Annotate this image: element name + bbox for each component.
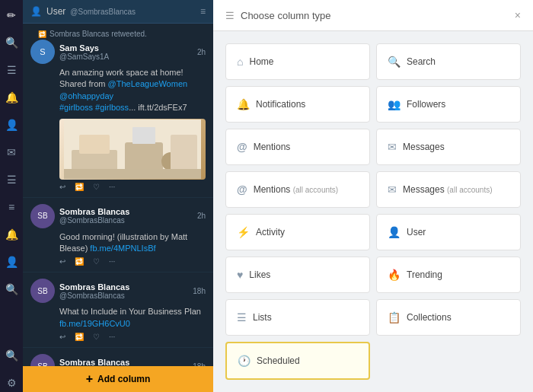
retweet-action-icon[interactable]: 🔁 [75,333,84,341]
likes-icon: ♥ [237,269,243,281]
more-icon[interactable]: ··· [109,183,115,191]
tweet-link2[interactable]: @ohhappyday [59,91,113,100]
add-column-button[interactable]: + Add column [23,366,213,392]
col-type-activity[interactable]: ⚡ Activity [225,214,370,250]
col-type-user[interactable]: 👤 User [376,214,521,250]
sidebar-search2-icon[interactable]: 🔍 [2,280,21,298]
retweet-action-icon[interactable]: 🔁 [75,183,84,191]
col-type-messages-all[interactable]: ✉ Messages (all accounts) [376,171,521,208]
search-label: Search [407,56,436,67]
sidebar-settings-icon[interactable]: ⚙ [2,374,21,392]
tweet-item: SB Sombras Blancas @SombrasBlancas 18h N… [23,348,213,366]
like-icon[interactable]: ♡ [93,333,100,341]
tweet-header: SB Sombras Blancas @SombrasBlancas 18h [30,354,206,366]
col-type-collections[interactable]: 📋 Collections [376,299,521,336]
tweet-handle: @SombrasBlancas [59,216,129,225]
tweet-image-inner [59,119,206,180]
lists-icon: ☰ [237,311,247,323]
close-icon: × [515,9,521,21]
tweet-link4[interactable]: #girlboss [95,103,129,112]
followers-icon: 👥 [388,98,401,110]
sidebar-person-icon[interactable]: 👤 [2,253,21,271]
tweet-item: 🔁 Sombras Blancas retweeted. S Sam Says … [23,24,213,198]
sidebar-mail-icon[interactable]: ✉ [2,143,21,161]
sidebar-search-icon[interactable]: 🔍 [2,33,21,52]
column-area: 👤 User @SombrasBlancas ≡ 🔁 Sombras Blanc… [23,0,213,392]
like-icon[interactable]: ♡ [93,257,100,266]
tweet-link[interactable]: fb.me/19GH6CvU0 [59,319,130,328]
col-type-home[interactable]: ⌂ Home [225,43,370,80]
tweet-meta: Sombras Blancas @SombrasBlancas [59,207,129,225]
likes-label: Likes [249,269,270,280]
like-icon[interactable]: ♡ [93,183,100,191]
user-label: User [407,227,426,237]
col-type-trending[interactable]: 🔥 Trending [376,257,521,293]
tweets-feed[interactable]: 🔁 Sombras Blancas retweeted. S Sam Says … [23,24,213,366]
retweet-icon: 🔁 [38,30,46,38]
col-type-mentions-all[interactable]: @ Mentions (all accounts) [225,171,370,208]
messages-all-icon: ✉ [388,183,397,196]
choose-header: ☰ Choose column type × [213,0,533,31]
more-icon[interactable]: ··· [109,333,115,341]
more-icon[interactable]: ··· [109,257,115,266]
close-button[interactable]: × [515,9,521,21]
notifications-icon: 🔔 [237,98,250,110]
tweet-meta: Sam Says @SamSays1A [59,43,109,61]
tweet-avatar: SB [30,279,55,303]
reply-icon[interactable]: ↩ [59,183,65,191]
scheduled-label: Scheduled [257,355,300,366]
reply-icon[interactable]: ↩ [59,257,65,266]
sidebar-bell-icon[interactable]: 🔔 [2,225,21,244]
column-user-icon: 👤 [30,6,42,17]
sidebar-search3-icon[interactable]: 🔍 [2,346,21,365]
column-header-left: 👤 User @SombrasBlancas [30,6,136,17]
tweet-header: SB Sombras Blancas @SombrasBlancas 18h [30,279,206,303]
tweet-actions: ↩ 🔁 ♡ ··· [59,257,206,266]
workspace-illustration [64,120,201,179]
sidebar-lines-icon[interactable]: ≡ [2,198,21,216]
messages-all-label: Messages (all accounts) [403,184,493,195]
col-type-scheduled[interactable]: 🕐 Scheduled [225,342,370,380]
col-type-followers[interactable]: 👥 Followers [376,86,521,123]
column-menu-button[interactable]: ≡ [200,6,206,17]
icon-sidebar: ✏ 🔍 ☰ 🔔 👤 ✉ ☰ ≡ 🔔 👤 🔍 🔍 ⚙ [0,0,23,392]
home-label: Home [249,56,273,67]
mentions-label: Mentions [254,142,291,152]
tweet-avatar: S [30,40,55,64]
tweet-text: Good morning! (illustration by Matt Blea… [59,231,206,255]
choose-title-icon: ☰ [225,10,235,21]
col-type-likes[interactable]: ♥ Likes [225,257,370,293]
mentions-all-label: Mentions (all accounts) [254,184,339,195]
sidebar-menu-icon[interactable]: ☰ [2,61,21,79]
tweet-name: Sombras Blancas [59,207,129,216]
col-type-mentions[interactable]: @ Mentions [225,129,370,165]
sidebar-notification-icon[interactable]: 🔔 [2,88,21,107]
tweet-actions: ↩ 🔁 ♡ ··· [59,333,206,341]
col-type-notifications[interactable]: 🔔 Notifications [225,86,370,123]
tweet-link[interactable]: @TheLeagueWomen [108,79,188,88]
sidebar-user-icon[interactable]: 👤 [2,116,21,134]
col-type-lists[interactable]: ☰ Lists [225,299,370,336]
messages-icon: ✉ [388,141,397,153]
choose-title-text: Choose column type [241,10,331,21]
reply-icon[interactable]: ↩ [59,333,65,341]
search-icon: 🔍 [388,56,401,68]
column-handle-label: @SombrasBlancas [70,8,136,16]
column-user-label: User [46,6,65,17]
sidebar-list-icon[interactable]: ☰ [2,171,21,189]
col-type-search[interactable]: 🔍 Search [376,43,521,80]
retweet-notice: 🔁 Sombras Blancas retweeted. [30,30,206,38]
sidebar-edit-icon[interactable]: ✏ [2,6,21,24]
tweet-meta: Sombras Blancas @SombrasBlancas [59,282,129,300]
choose-panel: ☰ Choose column type × ⌂ Home 🔍 Search 🔔… [213,0,533,392]
tweet-link[interactable]: fb.me/4MPNLIsBf [90,244,155,253]
col-type-messages[interactable]: ✉ Messages [376,129,521,165]
tweet-link3[interactable]: #girlboss [59,103,93,112]
tweet-time: 2h [197,212,206,220]
retweet-action-icon[interactable]: 🔁 [75,257,84,266]
retweet-text: Sombras Blancas retweeted. [49,30,147,38]
tweet-time: 18h [193,287,206,295]
home-icon: ⌂ [237,56,243,68]
mentions-all-icon: @ [237,183,247,196]
tweet-name: Sam Says [59,43,109,53]
